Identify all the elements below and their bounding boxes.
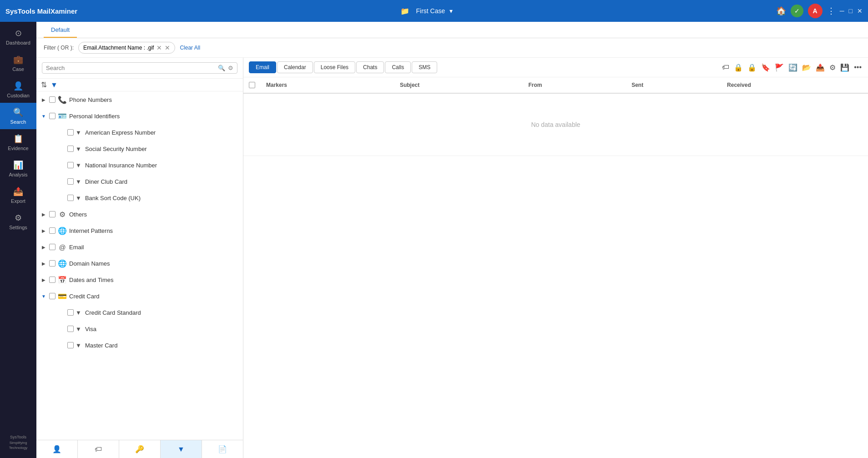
avatar[interactable]: A bbox=[808, 4, 823, 18]
expand-all-icon[interactable]: ⇅ bbox=[41, 81, 47, 89]
search-input[interactable] bbox=[46, 65, 215, 71]
more-icon[interactable]: ⋮ bbox=[827, 6, 835, 16]
refresh-icon[interactable]: 🔄 bbox=[787, 62, 798, 73]
tree-row-others[interactable]: ▶ ⚙ Others bbox=[36, 206, 243, 222]
settings-filter-icon[interactable]: ⚙ bbox=[228, 65, 233, 71]
select-all-checkbox[interactable] bbox=[249, 82, 255, 88]
checkbox-others[interactable] bbox=[49, 211, 56, 217]
sidebar-item-search[interactable]: 🔍 Search bbox=[0, 103, 36, 129]
tree-row-dates-times[interactable]: ▶ 📅 Dates and Times bbox=[36, 272, 243, 288]
tree-row-american-express[interactable]: ▼ American Express Number bbox=[36, 124, 243, 141]
bottom-tab-person[interactable]: 👤 bbox=[36, 440, 78, 458]
search-input-wrap: 🔍 ⚙ bbox=[42, 62, 237, 74]
case-name: First Case bbox=[416, 7, 445, 15]
folder-open-icon[interactable]: 📂 bbox=[801, 62, 812, 73]
checkbox-american-express[interactable] bbox=[67, 129, 74, 136]
checkbox-bank-sort-code[interactable] bbox=[67, 195, 74, 201]
checkbox-dates-times[interactable] bbox=[49, 277, 56, 283]
checkbox-social-security[interactable] bbox=[67, 146, 74, 152]
tree-row-mastercard[interactable]: ▼ Master Card bbox=[36, 337, 243, 353]
expand-others-icon[interactable]: ▶ bbox=[40, 211, 47, 218]
close-button[interactable]: ✕ bbox=[857, 7, 863, 15]
tab-sms[interactable]: SMS bbox=[412, 61, 437, 73]
tab-loose-files[interactable]: Loose Files bbox=[314, 61, 355, 73]
tree-row-email[interactable]: ▶ @ Email bbox=[36, 239, 243, 255]
maximize-button[interactable]: □ bbox=[849, 7, 853, 15]
tree-row-visa[interactable]: ▼ Visa bbox=[36, 321, 243, 337]
expand-domain-icon[interactable]: ▶ bbox=[40, 260, 47, 267]
chip-close-icon[interactable]: ✕ bbox=[156, 44, 162, 51]
tree-row-social-security[interactable]: ▼ Social Security Number bbox=[36, 141, 243, 157]
share-icon[interactable]: 📤 bbox=[815, 62, 826, 73]
tree-row-bank-sort-code[interactable]: ▼ Bank Sort Code (UK) bbox=[36, 190, 243, 206]
gear-icon[interactable]: ⚙ bbox=[828, 62, 837, 73]
tree-row-credit-card[interactable]: ▼ 💳 Credit Card bbox=[36, 288, 243, 304]
checkbox-diner-club[interactable] bbox=[67, 178, 74, 185]
search-icon[interactable]: 🔍 bbox=[218, 65, 225, 71]
spacer-5 bbox=[58, 194, 66, 201]
tree-row-cc-standard[interactable]: ▼ Credit Card Standard bbox=[36, 304, 243, 321]
checkbox-cc-standard[interactable] bbox=[67, 309, 74, 316]
chip-remove-icon[interactable]: ✕ bbox=[165, 44, 170, 51]
checkbox-national-insurance[interactable] bbox=[67, 162, 74, 168]
tab-calendar[interactable]: Calendar bbox=[277, 61, 313, 73]
tree-row-domain-names[interactable]: ▶ 🌐 Domain Names bbox=[36, 255, 243, 272]
bookmark-icon[interactable]: 🔖 bbox=[760, 62, 771, 73]
checkbox-internet-patterns[interactable] bbox=[49, 227, 56, 234]
clear-all-button[interactable]: Clear All bbox=[180, 45, 200, 51]
expand-internet-icon[interactable]: ▶ bbox=[40, 227, 47, 234]
export-icon: 📤 bbox=[13, 186, 23, 196]
sidebar-item-custodian[interactable]: 👤 Custodian bbox=[0, 76, 36, 103]
sidebar-item-settings[interactable]: ⚙ Settings bbox=[0, 208, 36, 235]
sidebar-item-evidence[interactable]: 📋 Evidence bbox=[0, 129, 36, 156]
others-icon: ⚙ bbox=[57, 210, 67, 219]
home-icon[interactable]: 🏠 bbox=[776, 6, 786, 16]
more-options-icon[interactable]: ••• bbox=[853, 62, 863, 72]
checkbox-email[interactable] bbox=[49, 244, 56, 250]
tree-bottom-tabs: 👤 🏷 🔑 ▼ 📄 bbox=[36, 440, 243, 458]
bottom-tab-file[interactable]: 📄 bbox=[202, 440, 243, 458]
save-icon[interactable]: 💾 bbox=[839, 62, 850, 73]
minimize-button[interactable]: ─ bbox=[840, 7, 844, 15]
spacer-8 bbox=[58, 342, 66, 349]
checkbox-personal-identifiers[interactable] bbox=[49, 113, 56, 119]
label-cc-standard: Credit Card Standard bbox=[85, 309, 141, 316]
expand-email-icon[interactable]: ▶ bbox=[40, 243, 47, 251]
flag-icon[interactable]: 🚩 bbox=[774, 62, 785, 73]
bottom-tab-key[interactable]: 🔑 bbox=[119, 440, 161, 458]
lock-icon[interactable]: 🔒 bbox=[733, 62, 744, 73]
filter-tree-icon[interactable]: ▼ bbox=[50, 81, 58, 89]
tree-row-personal-identifiers[interactable]: ▼ 🪪 Personal Identifiers bbox=[36, 108, 243, 124]
checkbox-credit-card[interactable] bbox=[49, 293, 56, 299]
expand-personal-icon[interactable]: ▼ bbox=[40, 112, 47, 120]
lock2-icon[interactable]: 🔒 bbox=[747, 62, 757, 73]
expand-dates-icon[interactable]: ▶ bbox=[40, 276, 47, 283]
tree-row-phone-numbers[interactable]: ▶ 📞 Phone Numbers bbox=[36, 91, 243, 108]
checkbox-domain-names[interactable] bbox=[49, 260, 56, 267]
checkbox-visa[interactable] bbox=[67, 326, 74, 332]
sidebar-item-export[interactable]: 📤 Export bbox=[0, 182, 36, 208]
sidebar-item-analysis[interactable]: 📊 Analysis bbox=[0, 156, 36, 182]
tab-email[interactable]: Email bbox=[249, 61, 276, 73]
expand-cc-icon[interactable]: ▼ bbox=[40, 292, 47, 300]
checkbox-phone-numbers[interactable] bbox=[49, 96, 56, 103]
expand-phone-icon[interactable]: ▶ bbox=[40, 96, 47, 103]
tab-default[interactable]: Default bbox=[44, 22, 77, 38]
sidebar-item-dashboard[interactable]: ⊙ Dashboard bbox=[0, 24, 36, 50]
checkbox-mastercard[interactable] bbox=[67, 342, 74, 348]
tag-icon[interactable]: 🏷 bbox=[721, 62, 730, 72]
tab-chats[interactable]: Chats bbox=[356, 61, 384, 73]
tab-calls[interactable]: Calls bbox=[385, 61, 411, 73]
label-email: Email bbox=[69, 244, 84, 251]
tree-row-national-insurance[interactable]: ▼ National Insurance Number bbox=[36, 157, 243, 173]
tree-row-diner-club[interactable]: ▼ Diner Club Card bbox=[36, 173, 243, 190]
sidebar-item-case[interactable]: 💼 Case bbox=[0, 50, 36, 76]
tree-row-internet-patterns[interactable]: ▶ 🌐 Internet Patterns bbox=[36, 222, 243, 239]
label-others: Others bbox=[69, 211, 87, 218]
bottom-tab-filter[interactable]: ▼ bbox=[161, 440, 202, 458]
dropdown-icon[interactable]: ▾ bbox=[449, 7, 453, 15]
bottom-tab-tag[interactable]: 🏷 bbox=[78, 440, 119, 458]
app-title: SysTools MailXaminer bbox=[5, 7, 77, 15]
filter-ssn-icon: ▼ bbox=[76, 146, 81, 152]
sidebar-label-analysis: Analysis bbox=[9, 172, 28, 177]
